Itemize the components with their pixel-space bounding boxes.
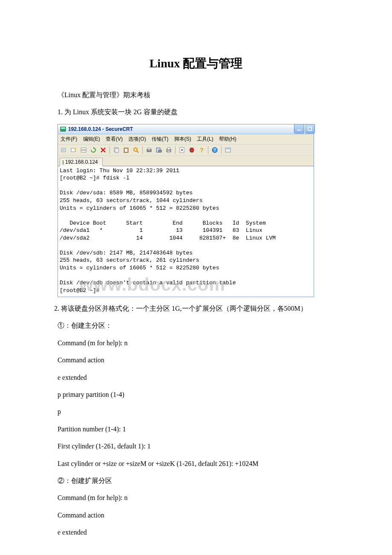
tool-options-icon[interactable]: [187, 146, 196, 154]
tool-quickconnect-icon[interactable]: [69, 146, 78, 154]
toolbar-separator: [208, 146, 208, 154]
toolbar-separator: [142, 146, 143, 154]
menu-help[interactable]: 帮助(H): [219, 136, 236, 142]
tool-print-icon[interactable]: [145, 146, 153, 154]
subtitle: 《Linux 配置与管理》期末考核: [26, 89, 366, 101]
cmd-line: p: [26, 405, 366, 418]
svg-text:?: ?: [213, 148, 216, 153]
svg-text:?: ?: [200, 147, 204, 153]
svg-line-14: [137, 151, 138, 153]
page-title: Linux 配置与管理: [26, 55, 366, 72]
tool-reconnect-icon[interactable]: [89, 146, 98, 154]
svg-rect-28: [225, 148, 231, 149]
cmd-line: Partition number (1-4): 1: [26, 423, 366, 436]
minimize-icon: [297, 127, 301, 131]
step-2-label: ②：创建扩展分区: [26, 474, 366, 487]
svg-rect-1: [61, 127, 65, 129]
minimize-button[interactable]: [294, 124, 304, 133]
tool-window-icon[interactable]: [224, 146, 232, 154]
tool-printscreen-icon[interactable]: [155, 146, 163, 154]
tool-connectbar-icon[interactable]: [79, 146, 88, 154]
step-1-label: ①：创建主分区：: [26, 319, 366, 332]
cmd-line: p primary partition (1-4): [26, 388, 366, 401]
cmd-line: e extended: [26, 526, 366, 539]
svg-point-23: [181, 149, 183, 151]
tool-copy-icon[interactable]: [112, 146, 121, 154]
svg-rect-12: [125, 149, 127, 152]
toolbar: ? ?: [58, 145, 314, 156]
question-2: 2. 将该硬盘分区并格式化：一个主分区 1G,一个扩展分区（两个逻辑分区，各50…: [26, 302, 366, 315]
cmd-line: e extended: [26, 371, 366, 384]
question-1: 1. 为 Linux 系统安装一块 2G 容量的硬盘: [26, 106, 366, 119]
svg-rect-5: [62, 149, 65, 151]
tool-paste-icon[interactable]: [122, 146, 130, 154]
menu-tools[interactable]: 工具(L): [197, 136, 213, 142]
cmd-line: Command (m for help): n: [26, 491, 366, 504]
svg-rect-16: [148, 148, 150, 150]
menu-edit[interactable]: 编辑(E): [83, 136, 100, 142]
window-title: 192.168.0.124 - SecureCRT: [68, 126, 133, 132]
app-icon: [60, 126, 66, 133]
svg-rect-20: [167, 147, 170, 150]
svg-rect-7: [81, 148, 86, 150]
menu-view[interactable]: 查看(V): [106, 136, 123, 142]
svg-rect-2: [297, 130, 301, 130]
svg-point-13: [134, 148, 137, 151]
svg-rect-8: [81, 150, 86, 152]
terminal-output[interactable]: Last login: Thu Nov 10 22:32:39 2011 [ro…: [58, 166, 314, 297]
tab-bar: 192.168.0.124: [58, 156, 314, 166]
cmd-line: Command (m for help): n: [26, 337, 366, 350]
menu-file[interactable]: 文件(F): [61, 136, 77, 142]
cmd-line: Last cylinder or +size or +sizeM or +siz…: [26, 457, 366, 470]
svg-rect-10: [115, 148, 118, 153]
window-buttons: [293, 124, 315, 133]
toolbar-separator: [221, 146, 222, 154]
cmd-line: Command action: [26, 354, 366, 367]
tool-printer-icon[interactable]: [164, 146, 173, 154]
tool-help-icon[interactable]: ?: [210, 146, 219, 154]
menu-script[interactable]: 脚本(S): [174, 136, 191, 142]
toolbar-separator: [175, 146, 176, 154]
menu-bar: 文件(F) 编辑(E) 查看(V) 选项(O) 传输(T) 脚本(S) 工具(L…: [58, 134, 314, 145]
tool-find-icon[interactable]: [132, 146, 140, 154]
toolbar-separator: [110, 146, 110, 154]
tool-question-icon[interactable]: ?: [197, 146, 206, 154]
session-tab[interactable]: 192.168.0.124: [60, 158, 103, 166]
securecrt-window: 192.168.0.124 - SecureCRT 文件(F) 编辑(E) 查看…: [58, 124, 314, 297]
tool-disconnect-icon[interactable]: [99, 146, 107, 154]
maximize-button[interactable]: [305, 124, 315, 133]
menu-options[interactable]: 选项(O): [128, 136, 146, 142]
svg-rect-18: [159, 150, 161, 152]
tool-properties-icon[interactable]: [178, 146, 186, 154]
svg-rect-21: [167, 151, 170, 153]
cmd-line: First cylinder (1-261, default 1): 1: [26, 440, 366, 453]
document-page: Linux 配置与管理 《Linux 配置与管理》期末考核 1. 为 Linux…: [0, 0, 392, 555]
cmd-line: Command action: [26, 509, 366, 522]
tool-connect-icon[interactable]: [60, 146, 68, 154]
maximize-icon: [308, 127, 312, 131]
svg-rect-3: [308, 127, 311, 130]
window-titlebar: 192.168.0.124 - SecureCRT: [58, 124, 314, 134]
menu-transfer[interactable]: 传输(T): [152, 136, 168, 142]
